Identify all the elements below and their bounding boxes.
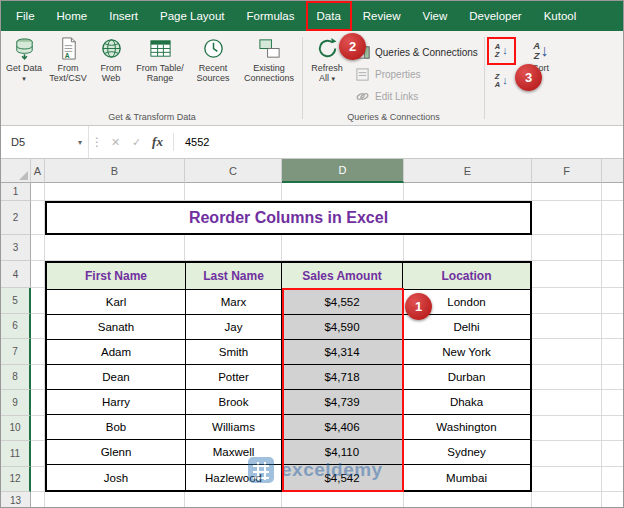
table-cell[interactable]: Mumbai [403,465,530,490]
cell-x13[interactable] [602,492,624,508]
cell-E13[interactable] [404,492,532,508]
cell-x6[interactable] [602,314,624,340]
cell-x4[interactable] [602,261,624,288]
cell-E1[interactable] [404,183,532,201]
table-cell[interactable]: Bob [47,415,186,439]
col-header-partial[interactable] [602,159,624,183]
cell-E3[interactable] [404,235,532,261]
row-header-5[interactable]: 5 [1,288,31,314]
table-cell[interactable]: Jay [186,315,282,339]
table-header-sales-amount[interactable]: Sales Amount [282,263,403,289]
insert-function-button[interactable]: fx [147,126,168,158]
cancel-button[interactable]: ✕ [105,126,126,158]
cell-F10[interactable] [532,416,602,442]
table-cell[interactable]: Brook [186,390,282,414]
table-cell[interactable]: London [403,290,530,314]
table-cell[interactable]: Washington [403,415,530,439]
table-cell[interactable]: Adam [47,340,186,364]
formula-input[interactable]: 4552 [179,126,209,158]
cell-A5[interactable] [31,288,45,314]
cell-F5[interactable] [532,288,602,314]
table-cell[interactable]: Durban [403,365,530,389]
cell-x9[interactable] [602,390,624,416]
cell-A6[interactable] [31,314,45,340]
table-cell[interactable]: Glenn [47,440,186,464]
name-box[interactable]: D5 ▾ [1,126,89,158]
queries-connections-button[interactable]: Queries & Connections [350,43,483,61]
table-cell[interactable]: Sydney [403,440,530,464]
table-cell[interactable]: Potter [186,365,282,389]
row-header-8[interactable]: 8 [1,365,31,391]
table-cell[interactable]: Smith [186,340,282,364]
sort-descending-button[interactable]: ZA ↓ [491,71,512,91]
col-header-C[interactable]: C [185,159,282,183]
table-cell[interactable]: Dean [47,365,186,389]
cell-A13[interactable] [31,492,45,508]
cell-A11[interactable] [31,441,45,467]
table-cell[interactable]: Dhaka [403,390,530,414]
table-cell[interactable]: Maxwell [186,440,282,464]
cell-x7[interactable] [602,339,624,365]
sort-ascending-button[interactable]: AZ ↓ [491,41,512,61]
cell-F8[interactable] [532,365,602,391]
cell-x1[interactable] [602,183,624,201]
tab-insert[interactable]: Insert [98,1,149,31]
tab-kutool[interactable]: Kutool [533,1,588,31]
table-cell[interactable]: New York [403,340,530,364]
table-cell[interactable]: Harry [47,390,186,414]
cell-A12[interactable] [31,467,45,493]
get-data-button[interactable]: Get Data ▾ [3,33,45,84]
col-header-A[interactable]: A [31,159,45,183]
table-cell[interactable]: Karl [47,290,186,314]
cell-A3[interactable] [31,235,45,261]
name-box-caret-icon[interactable]: ▾ [78,138,82,147]
tab-file[interactable]: File [5,1,46,31]
cell-C1[interactable] [185,183,282,201]
cell-B3[interactable] [45,235,185,261]
row-header-9[interactable]: 9 [1,390,31,416]
refresh-all-button[interactable]: Refresh All ▾ [304,33,350,84]
select-all-corner[interactable] [1,159,31,183]
enter-button[interactable]: ✓ [126,126,147,158]
table-cell[interactable]: $4,110 [282,440,403,464]
cell-D3[interactable] [282,235,404,261]
table-cell[interactable]: Sanath [47,315,186,339]
cell-F12[interactable] [532,467,602,493]
cell-F3[interactable] [532,235,602,261]
cell-x3[interactable] [602,235,624,261]
cell-x12[interactable] [602,467,624,493]
col-header-D[interactable]: D [282,159,404,183]
table-cell[interactable]: $4,552 [282,290,403,314]
cell-F7[interactable] [532,339,602,365]
cell-D1[interactable] [282,183,404,201]
table-cell[interactable]: $4,739 [282,390,403,414]
recent-sources-button[interactable]: Recent Sources [189,33,237,84]
cell-F11[interactable] [532,441,602,467]
from-table-range-button[interactable]: From Table/ Range [131,33,189,84]
cell-D13[interactable] [282,492,404,508]
cell-x5[interactable] [602,288,624,314]
row-header-11[interactable]: 11 [1,441,31,467]
table-cell[interactable]: $4,314 [282,340,403,364]
tab-view[interactable]: View [412,1,459,31]
table-header-first-name[interactable]: First Name [47,263,186,289]
tab-data[interactable]: Data [306,1,352,31]
cell-F1[interactable] [532,183,602,201]
col-header-E[interactable]: E [404,159,532,183]
table-cell[interactable]: Marx [186,290,282,314]
table-header-last-name[interactable]: Last Name [186,263,282,289]
table-cell[interactable]: $4,590 [282,315,403,339]
cell-x8[interactable] [602,365,624,391]
row-header-10[interactable]: 10 [1,416,31,442]
table-cell[interactable]: Delhi [403,315,530,339]
sort-button[interactable]: AZ ↓ Sort [519,38,563,73]
row-header-1[interactable]: 1 [1,183,31,201]
table-cell[interactable]: Williams [186,415,282,439]
table-cell[interactable]: $4,718 [282,365,403,389]
from-text-csv-button[interactable]: A From Text/CSV [45,33,91,84]
existing-connections-button[interactable]: Existing Connections [237,33,301,84]
cell-x2[interactable] [602,201,624,235]
tab-formulas[interactable]: Formulas [236,1,306,31]
row-header-13[interactable]: 13 [1,492,31,508]
cell-F13[interactable] [532,492,602,508]
